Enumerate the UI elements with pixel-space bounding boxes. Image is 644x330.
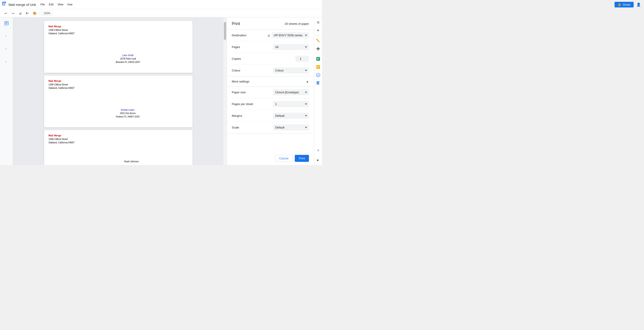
svg-rect-6 xyxy=(6,22,8,23)
more-settings-toggle[interactable]: More settings ▲ xyxy=(227,76,314,87)
print-actions: Cancel Print xyxy=(227,152,314,165)
keep-icon[interactable] xyxy=(315,64,321,70)
menu-edit[interactable]: Edit xyxy=(47,2,55,7)
svg-rect-8 xyxy=(6,24,7,24)
destination-control: 🖨 HP ENVY 5530 series xyxy=(267,32,309,38)
svg-rect-3 xyxy=(3,4,4,5)
pages-per-sheet-label: Pages per sheet xyxy=(232,102,254,106)
edit-icon[interactable]: ✏️ xyxy=(315,37,321,44)
recipient-3-name: Noah Johnson xyxy=(124,160,139,163)
toolbar-separator-1 xyxy=(40,11,40,16)
document-area[interactable]: Mail Merge 1398 Clifford Street Oakland,… xyxy=(13,17,224,165)
right-separator-1 xyxy=(316,35,321,36)
colour-row: Colour Colour xyxy=(232,65,309,76)
expand-button[interactable]: ⊞ xyxy=(315,19,321,26)
print-title: Print xyxy=(232,22,240,26)
right-sidebar: ⊞ ▼ ✏️ ➕ xyxy=(314,17,322,165)
docs-icon[interactable] xyxy=(315,80,321,86)
scale-select[interactable]: Default xyxy=(273,124,309,130)
sender-1: Mail Merge 1398 Clifford Street Oakland,… xyxy=(48,25,75,35)
paper-size-row: Paper size Chou4 (Envelope) xyxy=(232,87,309,98)
menu-view[interactable]: View xyxy=(56,2,65,7)
envelope-page-3: Mail Merge 1398 Clifford Street Oakland,… xyxy=(44,130,192,165)
copies-row: Copies xyxy=(232,53,309,65)
undo-button[interactable]: ↩ xyxy=(3,10,9,17)
pages-row: Pages All xyxy=(232,41,309,53)
print-panel: Print 20 sheets of paper Destination 🖨 H… xyxy=(226,17,314,165)
cancel-button[interactable]: Cancel xyxy=(275,155,292,162)
more-settings-content: Paper size Chou4 (Envelope) Pages per sh… xyxy=(227,87,314,133)
doc-icon xyxy=(2,1,7,8)
destination-label: Destination xyxy=(232,34,254,37)
menu-bar: File Edit View Inse xyxy=(39,2,74,7)
scale-row: Scale Default xyxy=(232,122,309,133)
pages-per-sheet-control: 1 xyxy=(273,101,309,107)
menu-file[interactable]: File xyxy=(39,2,46,7)
navigate-icon[interactable]: ▶ xyxy=(315,157,321,163)
destination-select[interactable]: HP ENVY 5530 series xyxy=(272,32,309,38)
spellcheck-button[interactable]: A✓ xyxy=(24,10,30,17)
svg-rect-14 xyxy=(317,66,319,67)
svg-rect-10 xyxy=(317,58,319,58)
tasks-icon[interactable] xyxy=(315,72,321,78)
printer-icon: 🖨 xyxy=(267,34,270,37)
left-sidebar: 1 2 3 xyxy=(0,17,13,165)
svg-rect-20 xyxy=(317,83,318,83)
recipient-2: Amelia Lopez 1831 Kim Acres Hudson FL 34… xyxy=(116,108,140,118)
sheets-icon[interactable] xyxy=(315,56,321,62)
pages-per-sheet-row: Pages per sheet 1 xyxy=(232,98,309,110)
toolbar: ↩ ↪ 🖨 A✓ 🎨 100% xyxy=(0,9,322,17)
svg-rect-7 xyxy=(6,23,8,24)
copies-control xyxy=(296,56,309,62)
zoom-level[interactable]: 100% xyxy=(42,11,52,16)
document-scrollbar[interactable] xyxy=(224,17,226,165)
pages-select[interactable]: All xyxy=(273,44,309,50)
ruler-numbers: 1 2 3 xyxy=(6,35,8,63)
paper-size-control: Chou4 (Envelope) xyxy=(273,89,309,95)
svg-rect-21 xyxy=(317,84,318,84)
scrollbar-thumb[interactable] xyxy=(224,22,226,40)
right-separator-2 xyxy=(316,54,321,54)
svg-point-17 xyxy=(316,73,320,77)
more-settings-label: More settings xyxy=(232,80,249,83)
add-icon[interactable]: ＋ xyxy=(315,147,321,153)
svg-rect-4 xyxy=(3,5,4,6)
main-content: 1 2 3 Mail Merge 1398 Clifford Street Oa… xyxy=(0,17,322,165)
page-title: Mail merge of Unti xyxy=(8,3,36,7)
pages-label: Pages xyxy=(232,45,254,49)
paper-size-select[interactable]: Chou4 (Envelope) xyxy=(273,89,309,95)
print-button[interactable]: Print xyxy=(295,155,309,162)
pages-per-sheet-select[interactable]: 1 xyxy=(273,101,309,107)
svg-rect-12 xyxy=(317,59,318,60)
envelope-page-2: Mail Merge 1398 Clifford Street Oakland,… xyxy=(44,76,192,127)
copies-label: Copies xyxy=(232,57,254,60)
sheets-count: 20 sheets of paper xyxy=(285,22,309,26)
destination-row: Destination 🖨 HP ENVY 5530 series xyxy=(232,30,309,41)
colour-control: Colour xyxy=(273,67,309,73)
print-button[interactable]: 🖨 xyxy=(17,10,24,17)
recipient-1: Liam Smith 1678 Palm Leaf Brandon FL 335… xyxy=(116,54,140,64)
collapse-button[interactable]: ▼ xyxy=(315,27,321,34)
margins-row: Margins Default xyxy=(232,110,309,122)
scale-control: Default xyxy=(273,124,309,130)
menu-insert[interactable]: Inse xyxy=(66,2,74,7)
plus-icon[interactable]: ➕ xyxy=(315,46,321,52)
svg-rect-16 xyxy=(317,67,318,68)
print-settings-section: Destination 🖨 HP ENVY 5530 series Pages … xyxy=(227,30,314,76)
colour-label: Colour xyxy=(232,69,254,72)
paper-size-label: Paper size xyxy=(232,91,254,94)
paint-format-button[interactable]: 🎨 xyxy=(32,10,38,17)
svg-rect-11 xyxy=(317,59,319,59)
sender-2: Mail Merge 1398 Clifford Street Oakland,… xyxy=(48,79,75,90)
colour-select[interactable]: Colour xyxy=(273,67,309,73)
margins-select[interactable]: Default xyxy=(273,113,309,119)
redo-button[interactable]: ↪ xyxy=(10,10,16,17)
pages-control: All xyxy=(273,44,309,50)
scale-label: Scale xyxy=(232,126,254,129)
sidebar-notes-icon[interactable] xyxy=(2,19,10,27)
copies-input[interactable] xyxy=(296,56,309,62)
print-header: Print 20 sheets of paper xyxy=(227,17,314,30)
title-bar: Mail merge of Unti File Edit View Inse 🔒… xyxy=(0,0,322,9)
chevron-up-icon: ▲ xyxy=(306,80,309,83)
margins-label: Margins xyxy=(232,114,254,117)
